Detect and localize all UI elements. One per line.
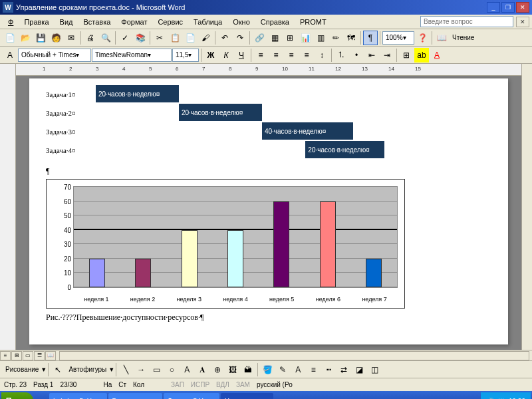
menu-window[interactable]: Окно (227, 17, 255, 27)
vertical-scrollbar[interactable] (521, 64, 532, 350)
save-icon[interactable]: 💾 (33, 31, 48, 45)
taskbar-item[interactable]: Результаты п... (108, 393, 162, 399)
redo-icon[interactable]: ↷ (233, 31, 247, 45)
wordart-icon[interactable]: 𝐀 (195, 362, 209, 377)
decrease-indent-icon[interactable]: ⇤ (364, 48, 379, 63)
menu-help[interactable]: Справка (255, 17, 295, 27)
shadow-icon[interactable]: ◪ (352, 362, 366, 377)
chart-xlabel: неделя 5 (269, 296, 294, 303)
line-icon[interactable]: ╲ (118, 362, 133, 377)
restore-button[interactable]: ❐ (501, 2, 515, 13)
new-doc-icon[interactable]: 📄 (3, 31, 17, 45)
vertical-ruler (0, 64, 16, 350)
menu-table[interactable]: Таблица (188, 17, 227, 27)
bold-button[interactable]: Ж (203, 48, 218, 63)
underline-button[interactable]: Ч (234, 48, 249, 63)
permission-icon[interactable]: 🧑 (49, 31, 63, 45)
print-icon[interactable]: 🖨 (83, 31, 98, 45)
align-center-icon[interactable]: ≡ (269, 48, 283, 63)
taskbar-item[interactable]: Лекция_5 Упр... (164, 393, 219, 399)
align-right-icon[interactable]: ≡ (284, 48, 299, 63)
increase-indent-icon[interactable]: ⇥ (380, 48, 394, 63)
dash-style-icon[interactable]: ┅ (321, 362, 336, 377)
columns-icon[interactable]: ▥ (313, 31, 328, 45)
start-button[interactable]: Пуск (1, 392, 33, 399)
reading-button[interactable]: Чтение (450, 34, 477, 41)
style-select[interactable]: Обычный + Times ▾ (18, 49, 91, 62)
horizontal-scrollbar[interactable] (59, 351, 529, 360)
rectangle-icon[interactable]: ▭ (149, 362, 164, 377)
mail-icon[interactable]: ✉ (64, 31, 78, 45)
autoshapes-menu[interactable]: Автофигуры (66, 366, 109, 373)
fontsize-select[interactable]: 11,5 ▾ (172, 49, 199, 62)
clipart-icon[interactable]: 🖼 (225, 362, 240, 377)
fill-color-icon[interactable]: 🪣 (260, 362, 275, 377)
select-objects-icon[interactable]: ↖ (51, 362, 65, 377)
excel-icon[interactable]: 📊 (298, 31, 313, 45)
highlight-icon[interactable]: ab (414, 48, 429, 63)
minimize-button[interactable]: _ (487, 2, 500, 13)
menu-insert[interactable]: Вставка (78, 17, 116, 27)
styles-pane-icon[interactable]: A (3, 48, 17, 63)
3d-icon[interactable]: ◫ (367, 362, 382, 377)
print-view-button[interactable]: ▭ (23, 351, 33, 360)
taskbar-item[interactable]: Lekciya_5_Upr... (49, 393, 107, 399)
font-color-icon[interactable]: A (430, 48, 444, 63)
menu-format[interactable]: Формат (116, 17, 152, 27)
help-search-input[interactable] (420, 16, 513, 27)
menu-promt[interactable]: PROMT (295, 17, 332, 27)
doc-close-button[interactable]: ✕ (516, 17, 529, 27)
undo-icon[interactable]: ↶ (217, 31, 232, 45)
line-spacing-icon[interactable]: ↕ (315, 48, 329, 63)
system-tray[interactable]: 🔊 🛡 19:20 (481, 392, 531, 399)
align-left-icon[interactable]: ≡ (253, 48, 268, 63)
picture-icon[interactable]: 🏔 (241, 362, 255, 377)
research-icon[interactable]: 📚 (133, 31, 148, 45)
outline-view-button[interactable]: ☰ (34, 351, 45, 360)
close-button[interactable]: ✕ (516, 2, 529, 13)
bullets-icon[interactable]: • (349, 48, 364, 63)
tables-borders-icon[interactable]: ▦ (267, 31, 282, 45)
insert-table-icon[interactable]: ⊞ (283, 31, 297, 45)
arrow-icon[interactable]: → (134, 362, 148, 377)
spellcheck-icon[interactable]: ✓ (118, 31, 132, 45)
italic-button[interactable]: К (219, 48, 233, 63)
drawing-icon[interactable]: ✏ (329, 31, 343, 45)
menu-file[interactable]: Ф (3, 17, 19, 27)
font-color-draw-icon[interactable]: A (291, 362, 305, 377)
font-select[interactable]: TimesNewRoman ▾ (92, 49, 172, 62)
paste-icon[interactable]: 📄 (183, 31, 198, 45)
cut-icon[interactable]: ✂ (152, 31, 167, 45)
web-view-button[interactable]: ⊞ (11, 351, 22, 360)
paragraph-marks-icon[interactable]: ¶ (363, 31, 378, 45)
line-color-icon[interactable]: ✎ (275, 362, 290, 377)
textbox-icon[interactable]: A (180, 362, 194, 377)
menu-view[interactable]: Вид (55, 17, 78, 27)
menu-tools[interactable]: Сервис (152, 17, 188, 27)
reading-view-button[interactable]: 📖 (45, 351, 56, 360)
document-page[interactable]: Задача·1¤20·часов·в·неделю¤Задача·2¤20·ч… (29, 78, 508, 344)
numbering-icon[interactable]: ⒈ (334, 48, 348, 63)
drawing-menu[interactable]: Рисование (3, 366, 41, 373)
horizontal-ruler[interactable]: 123456789101112131415 (16, 64, 521, 76)
borders-icon[interactable]: ⊞ (399, 48, 414, 63)
taskbar-item[interactable]: Управление ... (221, 393, 273, 399)
help-icon[interactable]: ❓ (415, 31, 430, 45)
align-justify-icon[interactable]: ≡ (299, 48, 314, 63)
oval-icon[interactable]: ○ (164, 362, 179, 377)
menu-edit[interactable]: Правка (19, 17, 54, 27)
format-painter-icon[interactable]: 🖌 (198, 31, 213, 45)
preview-icon[interactable]: 🔍 (98, 31, 113, 45)
status-ovr: ЗАМ (236, 381, 250, 388)
open-icon[interactable]: 📂 (18, 31, 33, 45)
line-style-icon[interactable]: ≡ (306, 362, 321, 377)
arrow-style-icon[interactable]: ⇄ (336, 362, 351, 377)
copy-icon[interactable]: 📋 (168, 31, 182, 45)
hyperlink-icon[interactable]: 🔗 (252, 31, 267, 45)
diagram-icon[interactable]: ⊕ (210, 362, 225, 377)
reading-layout-icon[interactable]: 📖 (434, 31, 449, 45)
zoom-select[interactable]: 100% ▾ (382, 31, 414, 45)
chart-xlabel: неделя 6 (316, 296, 340, 303)
docmap-icon[interactable]: 🗺 (344, 31, 358, 45)
normal-view-button[interactable]: ≡ (0, 351, 11, 360)
